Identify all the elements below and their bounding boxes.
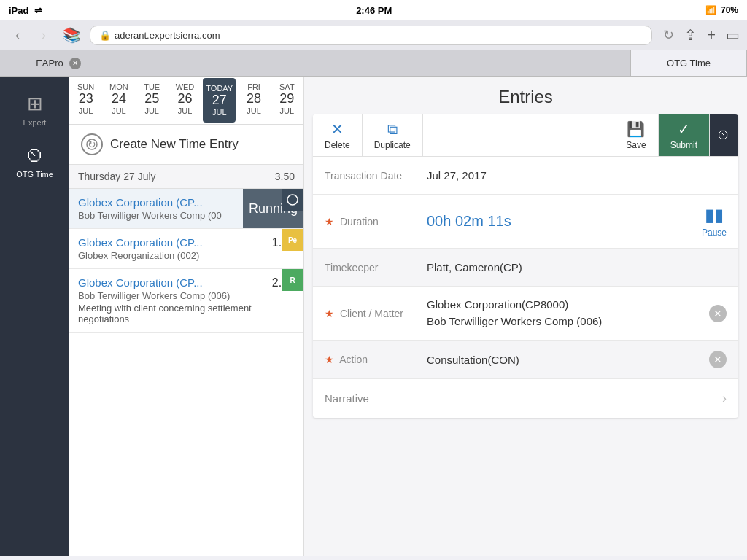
battery-label: 70% bbox=[721, 5, 738, 15]
transaction-date-row: Transaction Date Jul 27, 2017 bbox=[313, 157, 738, 195]
submit-icon: ✓ bbox=[678, 120, 690, 138]
entry-2-badge: Pe bbox=[282, 229, 303, 251]
narrative-row[interactable]: Narrative › bbox=[313, 379, 738, 418]
client-matter-value: Globex Corporation(CP8000) Bob Terwillig… bbox=[427, 297, 709, 330]
form-toolbar: ✕ Delete ⧉ Duplicate 💾 Save ✓ Submit ⏲ bbox=[313, 114, 738, 157]
required-star-2: ★ bbox=[325, 308, 334, 319]
new-entry-label: Create New Time Entry bbox=[110, 137, 239, 152]
pause-label: Pause bbox=[702, 228, 727, 238]
client-matter-row[interactable]: ★ Client / Matter Globex Corporation(CP8… bbox=[313, 287, 738, 341]
duplicate-icon: ⧉ bbox=[387, 121, 398, 138]
transaction-date-label: Transaction Date bbox=[325, 170, 427, 182]
pause-button[interactable]: ▮▮ Pause bbox=[702, 205, 727, 238]
entry-2-matter: Globex Reorganization (002) bbox=[78, 250, 295, 261]
timekeeper-label: Timekeeper bbox=[325, 262, 427, 273]
sidebar-expert-label: Expert bbox=[23, 118, 47, 127]
entry-2-client: Globex Corporation (CP... bbox=[78, 236, 295, 249]
forward-button[interactable]: › bbox=[34, 25, 54, 45]
cal-day-num: 28 bbox=[247, 91, 261, 106]
client-matter-label: ★ Client / Matter bbox=[325, 308, 427, 319]
entry-item-3[interactable]: Globex Corporation (CP... Bob Terwillige… bbox=[69, 269, 303, 332]
timer-button[interactable]: ⏲ bbox=[710, 114, 738, 156]
cal-day-month: JUL bbox=[280, 106, 295, 115]
cal-day-name: MON bbox=[109, 82, 128, 91]
sidebar-item-otgtime[interactable]: ⏲ OTG Time bbox=[0, 136, 69, 187]
tab-eapro-close[interactable]: ✕ bbox=[69, 58, 81, 69]
submit-label: Submit bbox=[670, 140, 697, 150]
delete-button[interactable]: ✕ Delete bbox=[313, 114, 363, 156]
save-button[interactable]: 💾 Save bbox=[614, 114, 658, 156]
duplicate-button[interactable]: ⧉ Duplicate bbox=[363, 114, 423, 156]
status-bar-right: 📶 70% bbox=[705, 5, 738, 15]
duration-label: ★ Duration bbox=[325, 216, 427, 228]
entry-3-description: Meeting with client concerning settlemen… bbox=[78, 303, 295, 324]
delete-icon: ✕ bbox=[331, 120, 344, 138]
back-button[interactable]: ‹ bbox=[7, 25, 28, 45]
narrative-chevron: › bbox=[722, 391, 727, 406]
cal-day-num: 24 bbox=[112, 91, 126, 106]
sidebar-item-expert[interactable]: ⊞ Expert bbox=[0, 84, 69, 136]
cal-day-name: TUE bbox=[144, 82, 160, 91]
url-bar[interactable]: 🔒 aderant.expertsierra.com bbox=[90, 26, 652, 45]
left-panel: SUN 23 JUL MON 24 JUL TUE 25 JUL WED 26 … bbox=[69, 77, 304, 556]
timekeeper-row: Timekeeper Platt, Cameron(CP) bbox=[313, 249, 738, 287]
transaction-date-value: Jul 27, 2017 bbox=[427, 169, 727, 182]
pause-icon: ▮▮ bbox=[705, 205, 724, 225]
cal-day-tue[interactable]: TUE 25 JUL bbox=[136, 77, 169, 124]
duration-value: 00h 02m 11s bbox=[427, 213, 702, 230]
cal-day-num: 23 bbox=[79, 91, 93, 106]
page-title: Entries bbox=[304, 77, 747, 114]
right-panel: Entries ✕ Delete ⧉ Duplicate 💾 Save bbox=[304, 77, 747, 556]
app-container: ⊞ Expert ⏲ OTG Time SUN 23 JUL MON 24 JU… bbox=[0, 77, 747, 556]
bluetooth-icon: 📶 bbox=[705, 5, 716, 15]
cal-day-month: JUL bbox=[112, 106, 126, 115]
entry-item-1[interactable]: Globex Corporation (CP... Bob Terwillige… bbox=[69, 189, 303, 229]
required-star: ★ bbox=[325, 216, 334, 228]
reload-button[interactable]: ↻ bbox=[658, 25, 678, 45]
new-entry-icon: ↻ bbox=[81, 133, 103, 155]
tabs-icon[interactable]: ▭ bbox=[726, 26, 740, 44]
entry-item-2[interactable]: Globex Corporation (CP... Globex Reorgan… bbox=[69, 229, 303, 269]
duration-row: ★ Duration 00h 02m 11s ▮▮ Pause bbox=[313, 195, 738, 249]
narrative-label: Narrative bbox=[325, 392, 722, 405]
cal-day-fri[interactable]: FRI 28 JUL bbox=[237, 77, 270, 124]
cal-day-num: 25 bbox=[144, 91, 159, 106]
action-label: ★ Action bbox=[325, 354, 427, 365]
wifi-icon: ⇌ bbox=[34, 5, 42, 16]
cal-day-today[interactable]: TODAY 27 JUL bbox=[203, 78, 236, 122]
cal-day-sat[interactable]: SAT 29 JUL bbox=[271, 77, 303, 124]
cal-day-month: JUL bbox=[247, 106, 261, 115]
cal-day-wed[interactable]: WED 26 JUL bbox=[169, 77, 201, 124]
cal-day-name: SUN bbox=[77, 82, 94, 91]
share-icon[interactable]: ⇪ bbox=[684, 26, 697, 44]
grid-icon: ⊞ bbox=[27, 93, 43, 115]
cal-day-sun[interactable]: SUN 23 JUL bbox=[69, 77, 102, 124]
client-matter-clear[interactable]: ✕ bbox=[709, 305, 727, 322]
new-entry-button[interactable]: ↻ Create New Time Entry bbox=[69, 125, 303, 165]
sidebar: ⊞ Expert ⏲ OTG Time bbox=[0, 77, 69, 556]
action-row[interactable]: ★ Action Consultation(CON) ✕ bbox=[313, 341, 738, 379]
tabs-bar: EAPro ✕ OTG Time bbox=[0, 50, 747, 77]
entry-3-badge: R bbox=[282, 269, 303, 291]
timer-icon: ⏲ bbox=[717, 128, 730, 143]
date-header-label: Thursday 27 July bbox=[78, 171, 156, 182]
date-header-total: 3.50 bbox=[275, 171, 295, 182]
submit-button[interactable]: ✓ Submit bbox=[659, 114, 710, 156]
action-clear[interactable]: ✕ bbox=[709, 351, 727, 368]
cal-day-name: SAT bbox=[279, 82, 295, 91]
cal-day-num: 26 bbox=[177, 91, 192, 106]
entry-3-matter: Bob Terwilliger Workers Comp (006) bbox=[78, 290, 295, 301]
tab-otgtime[interactable]: OTG Time bbox=[630, 50, 747, 76]
device-label: iPad bbox=[9, 5, 28, 16]
svg-text:↻: ↻ bbox=[88, 139, 96, 150]
tab-eapro[interactable]: EAPro ✕ bbox=[0, 50, 117, 76]
delete-label: Delete bbox=[325, 140, 350, 150]
cal-day-month: JUL bbox=[212, 108, 227, 117]
add-tab-icon[interactable]: + bbox=[707, 27, 716, 44]
cal-day-mon[interactable]: MON 24 JUL bbox=[102, 77, 135, 124]
status-bar: iPad ⇌ 2:46 PM 📶 70% bbox=[0, 0, 747, 20]
bookmarks-button[interactable]: 📚 bbox=[60, 26, 84, 44]
duplicate-label: Duplicate bbox=[374, 140, 411, 150]
clock: 2:46 PM bbox=[356, 5, 392, 16]
matter-value: Bob Terwilliger Workers Comp (006) bbox=[427, 314, 709, 330]
